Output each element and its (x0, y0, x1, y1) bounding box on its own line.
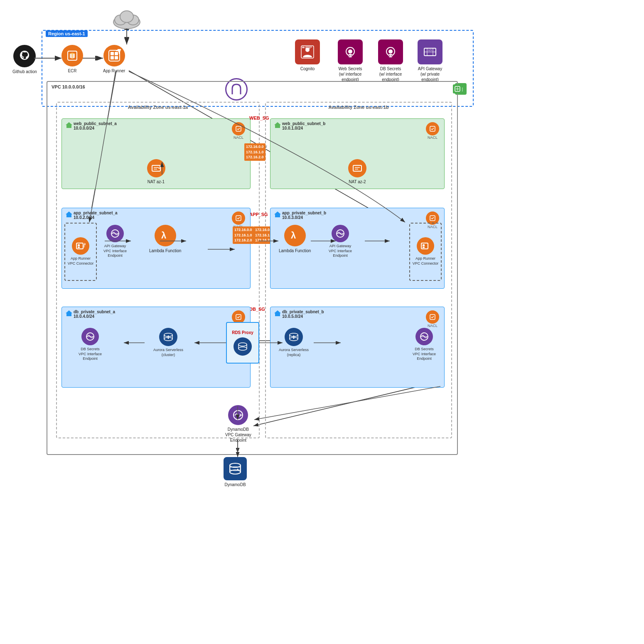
region-label: Region us-east-1 (46, 30, 88, 37)
svg-rect-74 (423, 247, 425, 248)
web-secrets-icon (338, 39, 363, 64)
route-nat1-block: 172.16.0.0172.16.1.0172.16.2.0 Route toN… (233, 226, 248, 236)
db-secrets-vpc-a-block: DB SecretsVPC InterfaceEndpoint (79, 328, 102, 361)
app-runner-connector-b-label: App RunnerVPC Connector (413, 256, 439, 266)
github-action-label: Github action (12, 69, 37, 74)
api-gateway-private-block: </> API Gateway(w/ private endpoint) (411, 39, 449, 82)
svg-text:λ: λ (161, 230, 166, 241)
lambda-b-label: Lambda Function (279, 248, 311, 253)
svg-point-85 (238, 347, 247, 350)
route-igw-block: 172.16.0.0172.16.1.0172.16.2.0 Route to … (244, 143, 267, 149)
github-action-block: Github action (12, 45, 37, 74)
svg-rect-73 (423, 244, 425, 246)
nat-az1-block: NAT az-1 (147, 159, 165, 184)
svg-point-82 (238, 343, 247, 346)
nacl-label-web-b: NACL (428, 135, 438, 140)
db-private-subnet-a: db_private_subnet_a 10.0.4.0/24 NACL (61, 307, 251, 388)
app-private-subnet-a: app_private_subnet_a 10.0.2.0/24 NACL (61, 208, 251, 289)
rds-proxy-block: RDS Proxy (226, 322, 259, 364)
db-subnet-b-house-icon (274, 310, 281, 318)
aurora-a-block: Aurora Serverless(cluster) (153, 328, 183, 357)
cognito-icon (295, 39, 320, 64)
api-gateway-private-label: API Gateway(w/ private endpoint) (411, 66, 449, 82)
nat-az2-icon (348, 159, 366, 177)
api-gw-vpc-a-block: API GatewayVPC InterfaceEndpoint (103, 225, 127, 258)
app-subnet-b-house-icon (274, 211, 281, 219)
svg-rect-45 (389, 54, 392, 57)
dynamodb-endpoint-block: DynamoDBVPC GatewayEndpoint (225, 405, 251, 443)
db-secrets-top-block: DB Secrets(w/ interface endpoint) (372, 39, 409, 82)
web-public-subnet-a: web_public_subnet_a 10.0.0.0/24 NACL (61, 118, 251, 189)
api-gw-vpc-b-label: API GatewayVPC InterfaceEndpoint (329, 244, 352, 258)
app-private-a-label: app_private_subnet_a 10.0.2.0/24 (74, 211, 118, 220)
nat-az2-block: NAT az-2 (348, 159, 366, 184)
app-runner-connector-a-label: App RunnerVPC Connector (68, 256, 94, 266)
nacl-icon-db-b (426, 310, 439, 324)
rds-proxy-icon (234, 337, 252, 356)
app-private-subnet-b: app_private_subnet_b 10.0.3.0/24 NACL λ … (270, 208, 445, 289)
dynamodb-icon: ✦ (224, 457, 247, 480)
nacl-label-web-a: NACL (234, 135, 243, 140)
aurora-b-icon (285, 328, 303, 346)
web-public-b-label: web_public_subnet_b 10.0.1.0/24 (282, 121, 325, 130)
dynamodb-endpoint-label: DynamoDBVPC GatewayEndpoint (225, 427, 251, 443)
db-secrets-vpc-a-icon (81, 328, 99, 345)
web-public-a-label: web_public_subnet_a 10.0.0.0/24 (74, 121, 117, 130)
lambda-a-icon: λ (155, 225, 176, 246)
db-secrets-vpc-a-label: DB SecretsVPC InterfaceEndpoint (79, 347, 102, 361)
db-private-a-label: db_private_subnet_a 10.0.4.0/24 (74, 310, 115, 319)
svg-rect-28 (109, 50, 120, 61)
app-runner-label: App Runner (103, 68, 125, 74)
github-icon (13, 45, 36, 67)
aurora-a-icon (159, 328, 177, 346)
api-gw-vpc-a-label: API GatewayVPC InterfaceEndpoint (103, 244, 127, 258)
svg-text:✦: ✦ (236, 467, 239, 472)
db-secrets-vpc-b-icon (415, 328, 433, 345)
api-gw-vpc-b-icon (332, 225, 349, 242)
az2-label: Availability Zone us-east-1b (328, 105, 388, 110)
svg-rect-31 (111, 56, 114, 59)
db-secrets-vpc-b-label: DB SecretsVPC InterfaceEndpoint (413, 347, 436, 361)
route-nat2-block: 172.16.0.0172.16.1.0172.16.2.0 Route toN… (253, 226, 269, 236)
app-subnet-a-house-icon (65, 211, 73, 219)
api-gw-vpc-b-block: API GatewayVPC InterfaceEndpoint (329, 225, 352, 258)
api-gateway-private-icon: </> (418, 39, 442, 64)
web-secrets-label: Web Secrets(w/ interface endpoint) (332, 66, 369, 82)
svg-rect-63 (78, 244, 80, 246)
app-runner-connector-a-icon (72, 237, 89, 255)
vpc-label: VPC 10.0.0.0/16 (52, 84, 85, 89)
lambda-b-block: λ Lambda Function (279, 225, 311, 253)
dynamodb-endpoint-icon (228, 405, 248, 425)
app-runner-connector-b-box: App RunnerVPC Connector (409, 223, 442, 281)
nacl-web-a: NACL (232, 122, 245, 140)
cognito-label: Cognito (300, 66, 315, 71)
svg-rect-29 (111, 52, 114, 55)
app-runner-icon (103, 45, 125, 66)
nacl-icon-app-a (232, 211, 245, 225)
subnet-a-house-icon (65, 121, 73, 130)
ecr-icon (61, 45, 83, 66)
db-subnet-a-house-icon (65, 310, 73, 318)
db-secrets-top-icon (378, 39, 403, 64)
nat-az1-icon (147, 159, 165, 177)
db-sg-label: DB_SG (249, 307, 265, 312)
route-igw-box: 172.16.0.0172.16.1.0172.16.2.0 (244, 143, 265, 161)
rds-proxy-label: RDS Proxy (232, 330, 253, 335)
svg-rect-30 (115, 52, 118, 55)
web-secrets-block: Web Secrets(w/ interface endpoint) (332, 39, 369, 82)
nat-az2-label: NAT az-2 (349, 179, 366, 184)
svg-text:λ: λ (291, 230, 296, 241)
api-gw-vpc-a-icon (106, 225, 124, 242)
lambda-a-label: Lambda Function (149, 248, 181, 253)
svg-rect-64 (78, 247, 80, 248)
app-runner-connector-a-box: App RunnerVPC Connector (64, 223, 97, 281)
nacl-db-b: NACL (426, 310, 439, 328)
lambda-b-icon: λ (284, 225, 306, 246)
az1-label: Availability Zone us-east-1a (128, 105, 188, 110)
nacl-icon-web-a (232, 122, 245, 135)
cognito-block: Cognito (295, 39, 320, 71)
db-secrets-vpc-b-block: DB SecretsVPC InterfaceEndpoint (413, 328, 436, 361)
svg-point-44 (388, 49, 393, 54)
app-runner-block: App Runner (103, 45, 125, 74)
web-sg-label: WEB_SG (249, 116, 269, 120)
